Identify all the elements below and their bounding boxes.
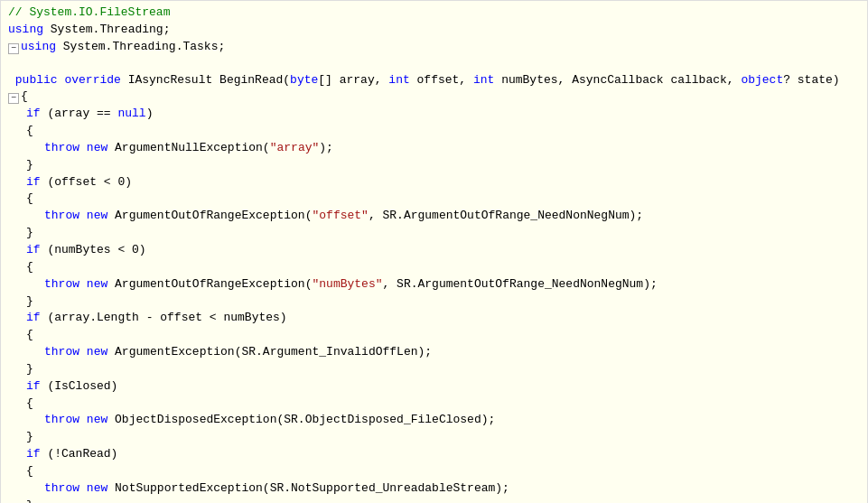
line-text: { [26,463,33,480]
line-text: } [26,429,33,446]
code-line: −{ [1,88,867,106]
line-text: } [26,157,33,174]
line-text: } [26,498,33,503]
code-line: } [1,293,867,311]
code-line: throw new ObjectDisposedException(SR.Obj… [1,412,867,429]
code-line: { [1,123,867,140]
line-text: throw new ObjectDisposedException(SR.Obj… [44,412,495,429]
line-text: { [26,191,33,208]
code-line: { [1,191,867,208]
code-line: throw new ArgumentOutOfRangeException("n… [1,276,867,293]
code-line [1,56,867,72]
code-line: if (offset < 0) [1,174,867,191]
code-line: { [1,259,867,276]
line-text: { [26,123,33,140]
line-text: } [26,225,33,242]
line-text: using System.Threading.Tasks; [21,39,225,56]
line-text: throw new ArgumentOutOfRangeException("o… [44,208,643,225]
line-text: if (array.Length - offset < numBytes) [26,310,287,327]
code-line: using System.Threading; [1,22,867,39]
code-line: { [1,396,867,413]
collapse-button[interactable]: − [8,43,19,54]
line-text: public override IAsyncResult BeginRead(b… [8,72,840,89]
line-text: } [26,293,33,311]
line-text: if (IsClosed) [26,378,117,396]
line-text: { [26,327,33,344]
line-text: using System.Threading; [8,22,170,39]
code-line: if (array.Length - offset < numBytes) [1,310,867,327]
code-line: throw new ArgumentException(SR.Argument_… [1,344,867,361]
line-text: } [26,361,33,378]
code-line: if (numBytes < 0) [1,242,867,259]
line-text: throw new ArgumentNullException("array")… [44,140,333,157]
line-text: { [21,88,28,106]
code-line: if (array == null) [1,106,867,123]
code-line: throw new ArgumentNullException("array")… [1,140,867,157]
code-line: } [1,225,867,242]
code-line: −using System.Threading.Tasks; [1,39,867,56]
line-text: if (array == null) [26,106,153,123]
code-line: { [1,463,867,480]
line-text: { [26,259,33,276]
line-text: throw new ArgumentOutOfRangeException("n… [44,276,658,293]
line-text: if (numBytes < 0) [26,242,146,259]
code-editor: // System.IO.FileStreamusing System.Thre… [0,0,868,503]
code-line: } [1,361,867,378]
code-line: if (!CanRead) [1,446,867,463]
code-line: throw new NotSupportedException(SR.NotSu… [1,480,867,498]
line-text: throw new NotSupportedException(SR.NotSu… [44,480,509,498]
code-line: } [1,498,867,503]
line-text: throw new ArgumentException(SR.Argument_… [44,344,432,361]
line-text: { [26,396,33,413]
code-line: } [1,429,867,446]
code-line: if (IsClosed) [1,378,867,396]
collapse-button[interactable]: − [8,93,19,104]
line-text: if (offset < 0) [26,174,132,191]
line-text: // System.IO.FileStream [8,5,170,22]
code-line: throw new ArgumentOutOfRangeException("o… [1,208,867,225]
code-line: } [1,157,867,174]
line-text: if (!CanRead) [26,446,117,463]
code-line: public override IAsyncResult BeginRead(b… [1,72,867,89]
code-line: { [1,327,867,344]
code-line: // System.IO.FileStream [1,5,867,22]
